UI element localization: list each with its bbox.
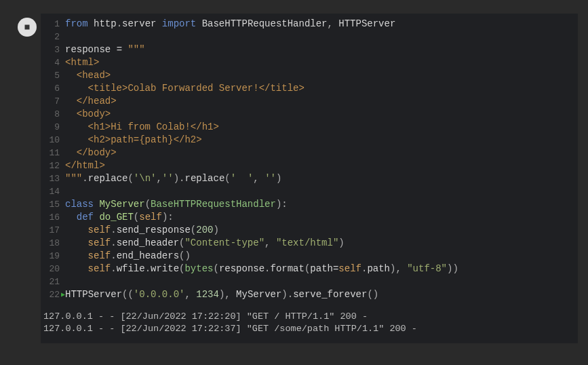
line-content[interactable]: <h1>Hi from Colab!</h1> (65, 121, 578, 134)
line-number: 17 (41, 224, 65, 237)
line-number: 3 (41, 43, 65, 56)
code-line[interactable]: 15class MyServer(BaseHTTPRequestHandler)… (41, 198, 578, 211)
line-content[interactable]: <html> (65, 56, 578, 69)
line-content[interactable]: </head> (65, 95, 578, 108)
execution-arrow-icon: ▶ (61, 288, 65, 301)
line-number: 8 (41, 108, 65, 121)
code-editor[interactable]: 1from http.server import BaseHTTPRequest… (41, 14, 578, 305)
code-line[interactable]: 20 self.wfile.write(bytes(response.forma… (41, 263, 578, 275)
line-number: 13 (41, 172, 65, 185)
code-line[interactable]: 3response = """ (41, 43, 578, 56)
line-number: 15 (41, 198, 65, 211)
code-line[interactable]: 4<html> (41, 56, 578, 69)
code-line[interactable]: 1from http.server import BaseHTTPRequest… (41, 18, 578, 31)
code-line[interactable]: 7 </head> (41, 95, 578, 108)
line-content[interactable]: from http.server import BaseHTTPRequestH… (65, 18, 578, 31)
code-line[interactable]: 14 (41, 185, 578, 198)
code-cell: 1from http.server import BaseHTTPRequest… (14, 14, 578, 305)
run-cell-button[interactable] (18, 18, 37, 37)
line-number: 16 (41, 211, 65, 224)
line-number: 1 (41, 18, 65, 31)
output-line: 127.0.0.1 - - [22/Jun/2022 17:22:37] "GE… (43, 323, 578, 335)
line-number: 19 (41, 250, 65, 263)
code-line[interactable]: 18 self.send_header("Content-type", "tex… (41, 237, 578, 250)
code-line[interactable]: 5 <head> (41, 69, 578, 82)
line-content[interactable]: <head> (65, 69, 578, 82)
code-line[interactable]: 12</html> (41, 159, 578, 172)
line-content[interactable]: self.send_header("Content-type", "text/h… (65, 237, 578, 250)
code-line[interactable]: 21 (41, 275, 578, 288)
code-line[interactable]: 16 def do_GET(self): (41, 211, 578, 224)
line-content[interactable] (65, 185, 578, 198)
cell-gutter (14, 14, 41, 305)
line-number: 12 (41, 159, 65, 172)
line-number: 18 (41, 237, 65, 250)
line-number: 21 (41, 275, 65, 288)
output-line: 127.0.0.1 - - [22/Jun/2022 17:22:20] "GE… (43, 311, 578, 323)
notebook-background (0, 343, 588, 364)
code-line[interactable]: 17 self.send_response(200) (41, 224, 578, 237)
svg-rect-0 (25, 25, 30, 30)
code-line[interactable]: 2 (41, 31, 578, 43)
code-line[interactable]: 9 <h1>Hi from Colab!</h1> (41, 121, 578, 134)
line-content[interactable]: self.end_headers() (65, 250, 578, 263)
stop-icon (22, 22, 32, 32)
code-line[interactable]: 10 <h2>path={path}</h2> (41, 134, 578, 147)
line-content[interactable]: self.wfile.write(bytes(response.format(p… (65, 263, 578, 275)
line-number: 14 (41, 185, 65, 198)
line-content[interactable]: """.replace('\n','').replace(' ', '') (65, 172, 578, 185)
line-content[interactable]: </body> (65, 147, 578, 159)
line-content[interactable]: self.send_response(200) (65, 224, 578, 237)
line-content[interactable]: <title>Colab Forwarded Server!</title> (65, 82, 578, 95)
code-line[interactable]: 8 <body> (41, 108, 578, 121)
line-content[interactable]: response = """ (65, 43, 578, 56)
line-number: 6 (41, 82, 65, 95)
code-line[interactable]: 19 self.end_headers() (41, 250, 578, 263)
line-content[interactable]: <h2>path={path}</h2> (65, 134, 578, 147)
line-content[interactable] (65, 275, 578, 288)
line-content[interactable]: <body> (65, 108, 578, 121)
code-line[interactable]: 22▶HTTPServer(('0.0.0.0', 1234), MyServe… (41, 288, 578, 301)
line-number: 5 (41, 69, 65, 82)
line-content[interactable]: </html> (65, 159, 578, 172)
code-line[interactable]: 6 <title>Colab Forwarded Server!</title> (41, 82, 578, 95)
line-number: 20 (41, 263, 65, 275)
code-line[interactable]: 13""".replace('\n','').replace(' ', '') (41, 172, 578, 185)
code-line[interactable]: 11 </body> (41, 147, 578, 159)
line-number: 7 (41, 95, 65, 108)
line-content[interactable]: class MyServer(BaseHTTPRequestHandler): (65, 198, 578, 211)
line-number: 11 (41, 147, 65, 159)
line-number: 2 (41, 31, 65, 43)
line-content[interactable] (65, 31, 578, 43)
line-content[interactable]: def do_GET(self): (65, 211, 578, 224)
line-number: 4 (41, 56, 65, 69)
line-number: 9 (41, 121, 65, 134)
cell-output: 127.0.0.1 - - [22/Jun/2022 17:22:20] "GE… (41, 305, 578, 343)
line-content[interactable]: HTTPServer(('0.0.0.0', 1234), MyServer).… (65, 288, 578, 301)
line-number: 10 (41, 134, 65, 147)
